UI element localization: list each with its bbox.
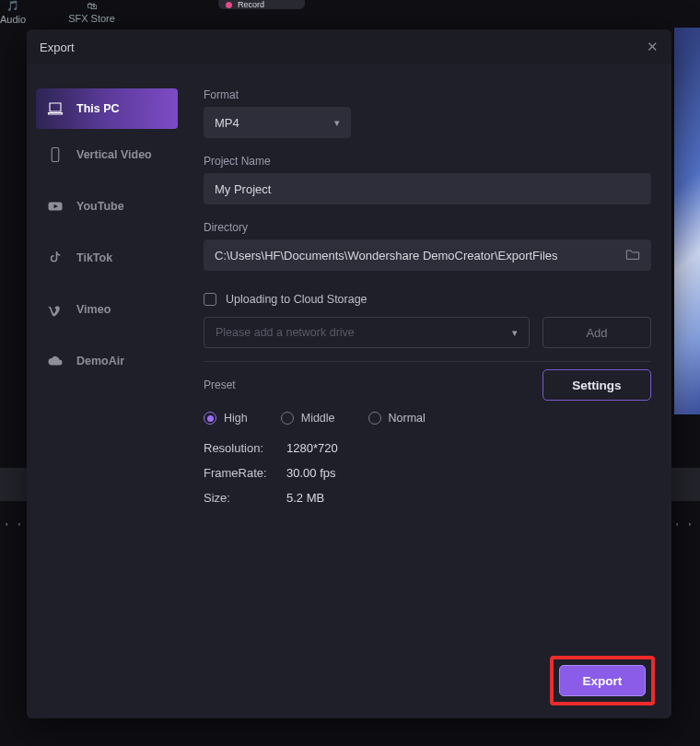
- radio-icon: [368, 412, 381, 425]
- modal-title: Export: [40, 41, 75, 54]
- resolution-value: 1280*720: [286, 441, 651, 455]
- record-dot-icon: [226, 2, 232, 8]
- modal-footer: Export: [550, 656, 655, 705]
- modal-header: Export ✕: [27, 29, 671, 64]
- radio-icon: [281, 412, 294, 425]
- project-name-input[interactable]: [215, 182, 640, 196]
- sidebar-item-label: Vimeo: [76, 303, 111, 316]
- format-value: MP4: [215, 116, 239, 130]
- tiktok-icon: [47, 250, 64, 266]
- resolution-key: Resolution:: [204, 441, 286, 455]
- sidebar-item-label: This PC: [76, 102, 120, 115]
- sidebar-item-label: DemoAir: [76, 355, 124, 367]
- radio-label: Normal: [389, 412, 426, 425]
- folder-icon[interactable]: [625, 248, 640, 263]
- vimeo-icon: [47, 301, 64, 318]
- sidebar-item-vimeo[interactable]: Vimeo: [27, 284, 183, 335]
- network-drive-select[interactable]: Please add a network drive ▾: [204, 317, 530, 348]
- framerate-value: 30.00 fps: [286, 466, 651, 480]
- format-select[interactable]: MP4 ▾: [204, 107, 351, 138]
- toolbar-audio[interactable]: 🎵 Audio: [0, 0, 26, 28]
- radio-icon: [204, 412, 216, 425]
- project-name-label: Project Name: [204, 155, 651, 168]
- preset-specs: Resolution: 1280*720 FrameRate: 30.00 fp…: [204, 441, 651, 505]
- export-sidebar: This PC Vertical Video YouTube TikTok: [27, 64, 183, 718]
- divider: [204, 361, 651, 362]
- pc-icon: [47, 100, 64, 117]
- directory-input[interactable]: [215, 249, 625, 262]
- export-modal: Export ✕ This PC Vertical Video YouT: [27, 29, 671, 718]
- export-button[interactable]: Export: [559, 665, 646, 696]
- sidebar-item-label: Vertical Video: [76, 148, 152, 161]
- size-value: 5.2 MB: [286, 491, 651, 505]
- sidebar-item-vertical-video[interactable]: Vertical Video: [27, 129, 183, 181]
- add-button[interactable]: Add: [542, 317, 651, 348]
- close-icon[interactable]: ✕: [647, 39, 659, 55]
- cloud-icon: [47, 353, 64, 369]
- sidebar-item-youtube[interactable]: YouTube: [27, 181, 183, 232]
- directory-input-wrap: [204, 239, 651, 271]
- sidebar-item-label: TikTok: [76, 251, 112, 264]
- audio-icon: 🎵: [6, 0, 19, 12]
- framerate-key: FrameRate:: [204, 466, 286, 480]
- size-key: Size:: [204, 491, 286, 505]
- toolbar-sfx-store[interactable]: 🛍 SFX Store: [68, 0, 115, 28]
- sidebar-item-tiktok[interactable]: TikTok: [27, 232, 183, 284]
- cloud-upload-label: Uploading to Cloud Storage: [226, 293, 368, 306]
- app-top-toolbar: 🎵 Audio 🛍 SFX Store: [0, 0, 700, 28]
- toolbar-audio-label: Audio: [0, 14, 26, 25]
- preview-panel-sliver: [674, 28, 700, 414]
- truncation-left: ' ': [6, 521, 24, 534]
- youtube-icon: [47, 198, 64, 215]
- radio-label: High: [224, 412, 248, 425]
- network-drive-placeholder: Please add a network drive: [216, 326, 355, 339]
- radio-label: Middle: [301, 412, 335, 425]
- project-name-input-wrap: [204, 173, 651, 204]
- record-pill[interactable]: Record: [218, 0, 305, 9]
- truncation-right: ' ': [676, 521, 694, 534]
- export-main-panel: Format MP4 ▾ Project Name Directory: [183, 64, 671, 718]
- svg-rect-0: [52, 148, 59, 162]
- preset-radio-middle[interactable]: Middle: [281, 412, 335, 425]
- directory-label: Directory: [204, 221, 651, 234]
- record-label: Record: [238, 0, 264, 9]
- sidebar-item-this-pc[interactable]: This PC: [36, 88, 178, 129]
- toolbar-sfx-label: SFX Store: [68, 13, 115, 24]
- phone-icon: [47, 146, 64, 163]
- store-icon: 🛍: [87, 0, 97, 11]
- cloud-upload-row: Uploading to Cloud Storage: [204, 293, 651, 306]
- format-label: Format: [204, 88, 651, 101]
- chevron-down-icon: ▾: [512, 327, 518, 339]
- preset-radio-normal[interactable]: Normal: [368, 412, 426, 425]
- chevron-down-icon: ▾: [334, 117, 340, 129]
- sidebar-item-demoair[interactable]: DemoAir: [27, 335, 183, 387]
- settings-button[interactable]: Settings: [542, 369, 651, 401]
- preset-radio-group: High Middle Normal: [204, 412, 651, 425]
- cloud-upload-checkbox[interactable]: [204, 293, 216, 306]
- preset-radio-high[interactable]: High: [204, 412, 248, 425]
- export-highlight-annotation: Export: [550, 656, 655, 705]
- sidebar-item-label: YouTube: [76, 200, 124, 213]
- preset-label: Preset: [204, 379, 236, 391]
